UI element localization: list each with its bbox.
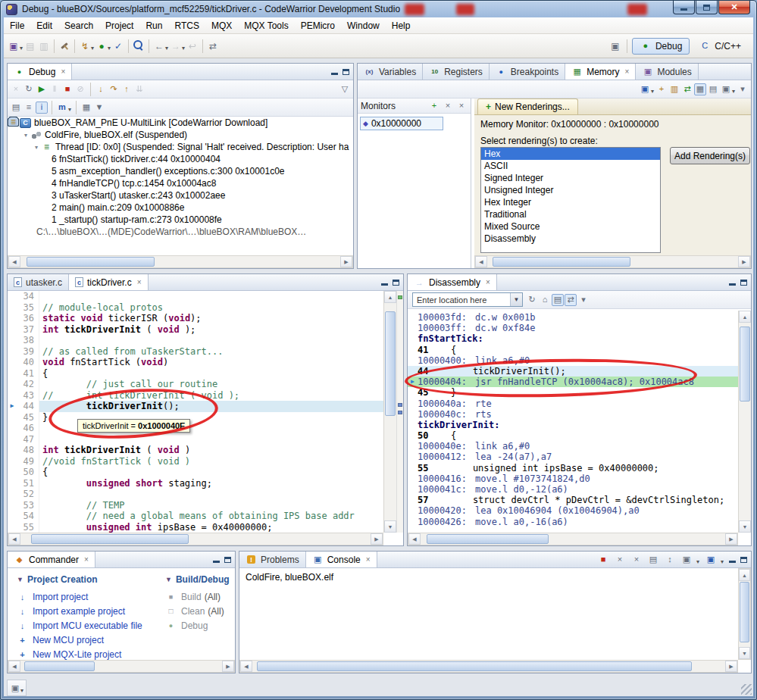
commander-command[interactable]: Build (All)	[165, 589, 230, 604]
verify-icon[interactable]	[111, 39, 125, 53]
location-combo[interactable]: Enter location here ▼	[412, 292, 523, 307]
disassembly-line[interactable]: 45 }	[408, 387, 738, 398]
horizontal-scrollbar[interactable]: ◀▶	[8, 255, 353, 268]
debug-tree-row[interactable]: 3 uTaskerStart() utasker.c:243 0x10002ae…	[8, 189, 353, 202]
scroll-right-icon[interactable]: ▶	[340, 256, 352, 267]
disassembly-line[interactable]: 100003ff: dc.w 0xf84e	[408, 323, 738, 333]
table-rendering-icon[interactable]	[707, 83, 719, 95]
scrollbar-track[interactable]	[20, 256, 340, 267]
refresh-icon[interactable]	[526, 294, 538, 306]
menu-item[interactable]: MQX	[205, 17, 238, 34]
last-edit-icon[interactable]	[186, 39, 199, 53]
scroll-right-icon[interactable]: ▶	[371, 533, 383, 545]
menu-item[interactable]: PEMicro	[295, 17, 341, 34]
layout-icon[interactable]	[80, 102, 92, 114]
remove-launch-icon[interactable]	[614, 554, 626, 566]
line-number[interactable]: 43	[17, 390, 39, 402]
minimize-view-icon[interactable]	[729, 283, 736, 286]
new-wizard-icon[interactable]	[7, 39, 20, 53]
minimize-view-icon[interactable]	[213, 561, 220, 563]
line-number[interactable]: 34	[17, 291, 39, 302]
menu-item[interactable]: RTCS	[168, 17, 205, 34]
code-line[interactable]: 49 //void fnStartTick ( void )	[8, 456, 383, 467]
line-number[interactable]: 36	[17, 313, 39, 324]
close-icon[interactable]: ×	[61, 67, 65, 76]
rendering-option[interactable]: Signed Integer	[481, 172, 660, 184]
remove-all-monitors-icon[interactable]	[455, 100, 468, 112]
menu-item[interactable]: Window	[341, 17, 386, 34]
debug-tree-row[interactable]: 4 fnHandleTCP() tcp.c:1454 0x10004ac8	[8, 177, 353, 189]
overview-ruler[interactable]	[396, 291, 403, 533]
suspend-icon[interactable]	[48, 83, 61, 95]
instruction-pointer-icon[interactable]	[8, 390, 17, 402]
instruction-pointer-icon[interactable]	[8, 434, 17, 445]
rendering-option[interactable]: Unsigned Integer	[481, 184, 660, 196]
code-line[interactable]: 52	[8, 489, 383, 500]
scrollbar-thumb[interactable]	[740, 327, 750, 402]
code-line[interactable]: ▶ 44 tickDriverInit();	[8, 401, 383, 412]
terminate-icon[interactable]	[597, 554, 609, 566]
disassembly-line[interactable]: 55 unsigned int ipsBase = 0x40000000;	[408, 463, 738, 473]
vertical-scrollbar[interactable]: ▲▼	[738, 311, 751, 533]
layout-dropdown-icon[interactable]	[720, 83, 732, 95]
instruction-pointer-icon[interactable]	[8, 346, 17, 358]
scroll-down-icon[interactable]: ▼	[739, 647, 750, 659]
code-line[interactable]: 55 unsigned int ipsBase = 0x40000000;	[8, 522, 383, 533]
scrollbar-thumb[interactable]	[27, 257, 155, 267]
instruction-pointer-icon[interactable]: ▶	[8, 401, 17, 412]
menu-item[interactable]: File	[4, 17, 30, 34]
instruction-pointer-icon[interactable]	[8, 368, 17, 380]
scrollbar-thumb[interactable]	[493, 257, 630, 267]
step-over-icon[interactable]	[108, 83, 120, 95]
close-icon[interactable]: ×	[84, 555, 89, 564]
clear-console-icon[interactable]	[647, 554, 659, 566]
tab-tickdriver-c[interactable]: tickDriver.c ×	[69, 274, 149, 290]
scroll-right-icon[interactable]: ▶	[222, 661, 234, 672]
tab-disassembly[interactable]: Disassembly ×	[408, 274, 497, 290]
scroll-lock-icon[interactable]	[664, 554, 676, 566]
debug-tree-row[interactable]: ▾ Thread [ID: 0x0] (Suspended: Signal 'H…	[8, 141, 353, 153]
view-menu-icon[interactable]	[577, 294, 590, 306]
scroll-down-icon[interactable]: ▼	[739, 520, 751, 533]
debug-tree-row[interactable]: 6 fnStartTick() tickDriver.c:44 0x100004…	[8, 153, 353, 165]
multicore-menu-icon[interactable]	[56, 102, 68, 114]
code-line[interactable]: 54 // need a global means of obtaining I…	[8, 511, 383, 522]
save-all-icon[interactable]	[37, 39, 51, 53]
commander-command[interactable]: Import MCU executable file	[17, 618, 142, 633]
line-number[interactable]: 42	[17, 379, 39, 390]
instruction-pointer-icon[interactable]	[8, 313, 17, 324]
code-line[interactable]: 36 static void tickerISR (void);	[8, 313, 383, 324]
menu-item[interactable]: Help	[386, 17, 417, 34]
code-line[interactable]: 39 // as called from uTaskerStart...	[8, 346, 383, 358]
scroll-left-icon[interactable]: ◀	[408, 533, 421, 545]
rendering-option[interactable]: Disassembly	[481, 233, 660, 245]
maximize-view-icon[interactable]	[393, 280, 399, 286]
remove-all-launches-icon[interactable]	[630, 554, 643, 566]
tab-commander[interactable]: Commander ×	[8, 552, 95, 567]
close-icon[interactable]: ×	[366, 555, 371, 564]
scrollbar-thumb[interactable]	[740, 582, 749, 642]
tab-problems[interactable]: Problems ×	[239, 552, 306, 567]
disassembly-line[interactable]: ▶ 10000404: jsr fnHandleTCP (0x10004ac8)…	[408, 377, 738, 387]
view-menu-icon[interactable]	[339, 83, 351, 95]
show-source-toggle-icon[interactable]	[552, 294, 564, 306]
scroll-left-icon[interactable]: ◀	[8, 256, 20, 267]
code-line[interactable]: 43 // int tickDriverInit ( void );	[8, 390, 383, 402]
view-tab[interactable]: Memory ×	[565, 64, 636, 80]
dropdown-icon[interactable]: ▾	[651, 88, 654, 95]
perspective-cpp-button[interactable]: C/C++	[691, 38, 749, 55]
dropdown-icon[interactable]: ▾	[721, 558, 724, 565]
scroll-left-icon[interactable]: ◀	[475, 256, 487, 267]
new-rendering-icon[interactable]	[655, 83, 668, 95]
line-number[interactable]: 55	[17, 522, 39, 533]
line-number[interactable]: 38	[17, 335, 39, 346]
disassembly-line[interactable]: 57 struct devCtrl * pDevCtrl = &devCtrlS…	[408, 495, 738, 505]
toggle-memory-monitors-icon[interactable]	[668, 83, 680, 95]
scroll-up-icon[interactable]: ▲	[739, 311, 751, 323]
close-icon[interactable]: ×	[137, 278, 142, 286]
maximize-view-icon[interactable]	[224, 557, 231, 563]
scrollbar-track[interactable]	[252, 661, 725, 672]
line-number[interactable]: 37	[17, 324, 39, 336]
code-line[interactable]: 53 // TEMP	[8, 500, 383, 511]
scrollbar-thumb[interactable]	[257, 661, 692, 671]
